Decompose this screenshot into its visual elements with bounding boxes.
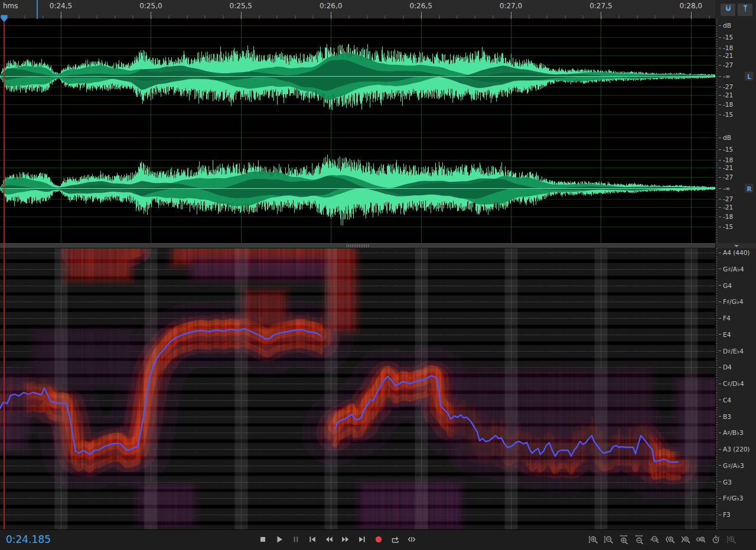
playhead-marker-icon bbox=[1, 15, 8, 22]
ruler-tick-label: 0:26,5 bbox=[409, 2, 432, 10]
editor-content: dB-15-18-21-27-∞-27-21-18-15LdB-15-18-21… bbox=[0, 19, 756, 529]
loop-icon bbox=[390, 535, 400, 546]
splitter-grip-icon bbox=[347, 244, 369, 247]
display-panels bbox=[0, 19, 715, 529]
pitch-scale-label: G3 bbox=[719, 479, 732, 486]
db-scale-ticks bbox=[716, 19, 718, 243]
zoom-out-full-button[interactable] bbox=[649, 535, 659, 545]
skip-selection-icon bbox=[407, 535, 416, 546]
skip-forward-icon bbox=[357, 535, 367, 546]
pitch-scale-ticks bbox=[716, 248, 718, 529]
db-scale-label: -21 bbox=[719, 164, 733, 171]
loop-playback-button[interactable] bbox=[390, 535, 400, 545]
pitch-scale-label: D♯/E♭4 bbox=[719, 348, 744, 355]
db-scale-label: -27 bbox=[719, 61, 733, 68]
zoom-out-time-button[interactable] bbox=[634, 535, 644, 545]
fast-forward-button[interactable] bbox=[340, 535, 350, 545]
zoom-in-point-icon bbox=[665, 535, 674, 546]
ruler-tick-label: 0:27,0 bbox=[500, 2, 522, 10]
rewind-icon bbox=[324, 535, 334, 546]
zoom-out-full-icon bbox=[650, 535, 659, 546]
db-scale-label: -21 bbox=[719, 52, 733, 59]
db-scale-label: -21 bbox=[719, 204, 733, 211]
pitch-scale-label: A3 (220) bbox=[719, 446, 750, 453]
pause-button[interactable] bbox=[291, 535, 301, 545]
go-to-next-button[interactable] bbox=[357, 535, 367, 545]
zoom-in-amplitude-2-button[interactable] bbox=[726, 535, 736, 545]
db-scale-label: -21 bbox=[719, 91, 733, 99]
play-icon bbox=[275, 535, 284, 546]
stopwatch-icon bbox=[711, 535, 721, 546]
ruler-tick-label: 0:25,0 bbox=[139, 2, 162, 10]
ruler-tick-label: 0:27,5 bbox=[589, 2, 612, 10]
zoom-out-point-button[interactable] bbox=[680, 535, 690, 545]
pitch-scale-label: G♯/A♭4 bbox=[719, 266, 744, 273]
channel-badge-r[interactable]: R bbox=[745, 184, 754, 193]
pitch-scale-label: F3 bbox=[719, 511, 731, 518]
pitch-scale-label: A4 (440) bbox=[719, 249, 750, 256]
pause-icon bbox=[291, 535, 301, 546]
zoom-selection-icon bbox=[696, 535, 705, 546]
zoom-controls bbox=[588, 530, 736, 550]
spectral-pitch-display[interactable] bbox=[0, 248, 715, 529]
skip-selection-button[interactable] bbox=[406, 535, 416, 545]
waveform-display[interactable] bbox=[0, 19, 715, 243]
ruler-tick-label: 0:24,5 bbox=[50, 2, 72, 10]
playhead-handle[interactable] bbox=[1, 14, 8, 21]
time-format-label: hms bbox=[3, 2, 18, 10]
timeline-ruler[interactable]: hms 0:24,50:25,00:25,50:26,00:26,50:27,0… bbox=[0, 0, 715, 19]
stop-icon bbox=[258, 535, 268, 546]
stopwatch-button[interactable] bbox=[711, 535, 721, 545]
skip-back-icon bbox=[308, 535, 317, 546]
fast-forward-icon bbox=[341, 535, 350, 546]
zoom-selection-button[interactable] bbox=[695, 535, 705, 545]
stop-button[interactable] bbox=[258, 535, 268, 545]
zoom-in-vertical-icon bbox=[726, 535, 736, 546]
pitch-scale-label: A♯/B♭3 bbox=[719, 429, 744, 436]
snap-toggle-button[interactable] bbox=[721, 4, 735, 16]
zoom-out-amplitude-button[interactable] bbox=[603, 535, 613, 545]
status-bar: 0:24.185 bbox=[0, 529, 756, 550]
zoom-out-vertical-icon bbox=[604, 535, 613, 546]
time-display[interactable]: 0:24.185 bbox=[6, 533, 51, 545]
db-scale-label: dB bbox=[719, 22, 731, 29]
record-button[interactable] bbox=[373, 535, 383, 545]
zoom-in-horizontal-icon bbox=[619, 535, 628, 546]
db-scale-label: -18 bbox=[719, 44, 733, 51]
db-scale-label: -27 bbox=[719, 173, 733, 181]
pitch-scale-label: F4 bbox=[719, 315, 731, 322]
channel-badge-l[interactable]: L bbox=[745, 72, 754, 81]
zoom-out-horizontal-icon bbox=[634, 535, 644, 546]
zoom-out-point-icon bbox=[680, 535, 690, 546]
db-scale-label: -27 bbox=[719, 195, 733, 202]
record-icon bbox=[374, 535, 383, 546]
pitch-scale-label: B3 bbox=[719, 413, 731, 420]
ruler-tick-label: 0:28,0 bbox=[680, 2, 702, 10]
ruler-major-ticks bbox=[0, 12, 715, 19]
zoom-in-amplitude-button[interactable] bbox=[588, 535, 598, 545]
db-scale-label: -18 bbox=[719, 156, 733, 163]
ruler-toolbar bbox=[715, 0, 756, 19]
zoom-in-time-button[interactable] bbox=[618, 535, 628, 545]
db-scale-label: -27 bbox=[719, 83, 733, 90]
audio-editor-window: hms 0:24,50:25,00:25,50:26,00:26,50:27,0… bbox=[0, 0, 756, 550]
pitch-scale-label: C♯/D♭4 bbox=[719, 380, 744, 387]
db-scale-label: -15 bbox=[719, 111, 733, 118]
pitch-scale-label: E4 bbox=[719, 331, 731, 338]
panel-splitter[interactable] bbox=[0, 243, 715, 248]
magnet-icon bbox=[724, 4, 733, 15]
scale-divider bbox=[716, 243, 756, 248]
timeline-ruler-row: hms 0:24,50:25,00:25,50:26,00:26,50:27,0… bbox=[0, 0, 756, 19]
db-scale-label: -18 bbox=[719, 101, 733, 108]
zoom-in-point-button[interactable] bbox=[664, 535, 674, 545]
rewind-button[interactable] bbox=[324, 535, 334, 545]
ruler-tick-label: 0:25,5 bbox=[230, 2, 252, 10]
db-scale-label: -∞ bbox=[719, 73, 731, 80]
pitch-scale-label: F♯/G♭3 bbox=[719, 495, 743, 502]
db-scale-label: -15 bbox=[719, 223, 733, 230]
pitch-scale-label: G♯/A♭3 bbox=[719, 462, 744, 469]
db-scale-label: -15 bbox=[719, 34, 733, 41]
marker-button[interactable] bbox=[738, 4, 752, 16]
play-button[interactable] bbox=[274, 535, 284, 545]
go-to-previous-button[interactable] bbox=[307, 535, 317, 545]
